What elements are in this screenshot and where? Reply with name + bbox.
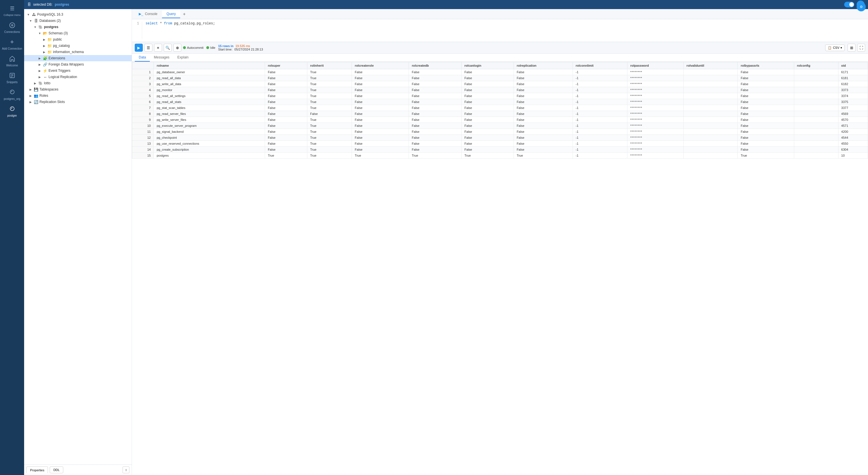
- bool-false-cell[interactable]: False: [352, 99, 409, 105]
- bool-true-cell[interactable]: True: [409, 153, 462, 159]
- bool-false-cell[interactable]: False: [352, 129, 409, 135]
- bool-false-cell[interactable]: False: [738, 69, 794, 75]
- format-button[interactable]: ☰: [145, 44, 152, 52]
- num-cell[interactable]: -1: [572, 81, 627, 87]
- bool-true-cell[interactable]: True: [307, 105, 351, 111]
- row-number-cell[interactable]: 11: [132, 129, 154, 135]
- col-rolcanlogin[interactable]: rolcanlogin: [461, 62, 514, 69]
- data-cell[interactable]: [684, 93, 738, 99]
- bool-false-cell[interactable]: False: [265, 129, 307, 135]
- bool-false-cell[interactable]: False: [738, 123, 794, 129]
- bool-false-cell[interactable]: False: [461, 105, 514, 111]
- bool-false-cell[interactable]: False: [409, 75, 462, 81]
- bool-false-cell[interactable]: False: [738, 75, 794, 81]
- bool-false-cell[interactable]: False: [265, 123, 307, 129]
- num-cell[interactable]: -1: [572, 99, 627, 105]
- bool-false-cell[interactable]: False: [738, 105, 794, 111]
- data-cell[interactable]: [794, 93, 838, 99]
- password-cell[interactable]: ********: [627, 141, 684, 147]
- table-row[interactable]: 6pg_read_all_statsFalseTrueFalseFalseFal…: [132, 99, 868, 105]
- col-rolconnlimit[interactable]: rolconnlimit: [572, 62, 627, 69]
- data-cell[interactable]: 10: [838, 153, 868, 159]
- bool-false-cell[interactable]: False: [514, 129, 572, 135]
- console-tab[interactable]: ▶_ Console: [134, 10, 162, 18]
- bool-false-cell[interactable]: False: [514, 75, 572, 81]
- data-cell[interactable]: [794, 153, 838, 159]
- bool-false-cell[interactable]: False: [352, 75, 409, 81]
- bool-true-cell[interactable]: True: [307, 129, 351, 135]
- table-row[interactable]: 11pg_signal_backendFalseTrueFalseFalseFa…: [132, 129, 868, 135]
- export-button[interactable]: 📋 CSV ▾: [825, 44, 845, 51]
- row-number-cell[interactable]: 1: [132, 69, 154, 75]
- data-cell[interactable]: [684, 117, 738, 123]
- bool-false-cell[interactable]: False: [352, 147, 409, 153]
- data-cell[interactable]: [684, 69, 738, 75]
- bool-false-cell[interactable]: False: [461, 123, 514, 129]
- bool-false-cell[interactable]: False: [461, 93, 514, 99]
- data-cell[interactable]: pg_read_all_data: [154, 75, 265, 81]
- data-cell[interactable]: 3374: [838, 93, 868, 99]
- bool-true-cell[interactable]: True: [307, 87, 351, 93]
- tree-databases[interactable]: ▼ 🗄 Databases (2): [24, 18, 132, 24]
- num-cell[interactable]: -1: [572, 93, 627, 99]
- data-cell[interactable]: 4550: [838, 141, 868, 147]
- table-row[interactable]: 10pg_execute_server_programFalseTrueFals…: [132, 123, 868, 129]
- data-cell[interactable]: [684, 135, 738, 141]
- zoom-button[interactable]: ⊕: [174, 44, 181, 52]
- bool-false-cell[interactable]: False: [409, 105, 462, 111]
- bool-false-cell[interactable]: False: [409, 87, 462, 93]
- row-number-cell[interactable]: 7: [132, 105, 154, 111]
- table-row[interactable]: 12pg_checkpointFalseTrueFalseFalseFalseF…: [132, 135, 868, 141]
- bool-false-cell[interactable]: False: [738, 93, 794, 99]
- data-cell[interactable]: [794, 117, 838, 123]
- bool-false-cell[interactable]: False: [461, 81, 514, 87]
- data-cell[interactable]: 4544: [838, 135, 868, 141]
- bool-false-cell[interactable]: False: [409, 93, 462, 99]
- bool-false-cell[interactable]: False: [265, 75, 307, 81]
- code-editor[interactable]: 1 select * from pg_catalog.pg_roles;: [132, 19, 868, 42]
- bool-true-cell[interactable]: True: [738, 153, 794, 159]
- bool-false-cell[interactable]: False: [352, 141, 409, 147]
- password-cell[interactable]: ********: [627, 117, 684, 123]
- data-cell[interactable]: [684, 105, 738, 111]
- tree-pg-catalog[interactable]: ▶ 📁 pg_catalog: [24, 42, 132, 49]
- tree-logical-replication[interactable]: ▶ ↔ Logical Replication: [24, 74, 132, 80]
- row-number-cell[interactable]: 4: [132, 87, 154, 93]
- data-cell[interactable]: [794, 99, 838, 105]
- bool-false-cell[interactable]: False: [514, 69, 572, 75]
- table-row[interactable]: 14pg_create_subscriptionFalseTrueFalseFa…: [132, 147, 868, 153]
- num-cell[interactable]: -1: [572, 123, 627, 129]
- bool-false-cell[interactable]: False: [514, 147, 572, 153]
- bool-false-cell[interactable]: False: [738, 87, 794, 93]
- data-cell[interactable]: [794, 75, 838, 81]
- bool-false-cell[interactable]: False: [514, 81, 572, 87]
- bool-false-cell[interactable]: False: [514, 93, 572, 99]
- num-cell[interactable]: -1: [572, 105, 627, 111]
- bool-false-cell[interactable]: False: [265, 81, 307, 87]
- row-number-cell[interactable]: 10: [132, 123, 154, 129]
- ddl-tab[interactable]: DDL: [50, 467, 63, 473]
- bool-false-cell[interactable]: False: [514, 141, 572, 147]
- search-button[interactable]: 🔍: [164, 44, 172, 52]
- password-cell[interactable]: ********: [627, 135, 684, 141]
- bool-false-cell[interactable]: False: [461, 87, 514, 93]
- add-tab-button[interactable]: +: [180, 10, 188, 18]
- topbar-toggle[interactable]: [844, 2, 855, 7]
- bool-false-cell[interactable]: False: [352, 123, 409, 129]
- bool-true-cell[interactable]: True: [307, 69, 351, 75]
- row-number-cell[interactable]: 9: [132, 117, 154, 123]
- table-row[interactable]: 8pg_read_server_filesFalseFalseFalseFals…: [132, 111, 868, 117]
- bool-false-cell[interactable]: False: [461, 99, 514, 105]
- properties-tab[interactable]: Properties: [26, 467, 48, 473]
- tree-roles[interactable]: ▶ 👥 Roles: [24, 93, 132, 99]
- bool-false-cell[interactable]: False: [461, 117, 514, 123]
- bool-false-cell[interactable]: False: [409, 135, 462, 141]
- table-row[interactable]: 15postgresTrueTrueTrueTrueTrueTrue-1****…: [132, 153, 868, 159]
- tree-foreign-data[interactable]: ▶ 🔗 Foreign Data Wrappers: [24, 61, 132, 67]
- data-cell[interactable]: [794, 87, 838, 93]
- bool-false-cell[interactable]: False: [738, 111, 794, 117]
- data-cell[interactable]: 3373: [838, 87, 868, 93]
- table-row[interactable]: 9pg_write_server_filesFalseTrueFalseFals…: [132, 117, 868, 123]
- bool-true-cell[interactable]: True: [307, 153, 351, 159]
- tree-information-schema[interactable]: ▶ 📁 information_schema: [24, 49, 132, 55]
